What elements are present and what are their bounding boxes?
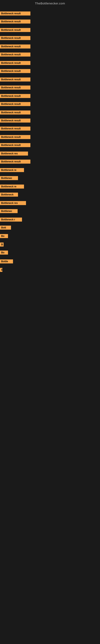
result-item: B <box>0 242 3 247</box>
bottleneck-result-badge[interactable]: Bottleneck result <box>0 12 30 16</box>
bottleneck-result-badge[interactable]: Bottleneck result <box>0 110 30 114</box>
bottleneck-result-badge[interactable]: Bo <box>0 250 8 254</box>
result-item: Bottleneck result <box>0 94 30 99</box>
result-item: Bottleneck result <box>0 135 30 140</box>
result-item: Bottleneck res <box>0 201 26 206</box>
bottleneck-result-badge[interactable]: Bottleneck result <box>0 52 30 56</box>
bottleneck-result-badge[interactable]: Bottleneck result <box>0 160 30 164</box>
result-item: Bottleneck result <box>0 102 30 107</box>
bottleneck-result-badge[interactable]: Bottleneck re <box>0 184 24 188</box>
result-item: Bottleneck res <box>0 152 28 156</box>
result-item: Bottleneck re <box>0 184 24 190</box>
bottleneck-result-badge[interactable]: Bottlenec <box>0 176 18 180</box>
bottleneck-result-badge[interactable]: Bottleneck result <box>0 69 30 73</box>
result-item: Bottleneck result <box>0 44 30 49</box>
result-item: Bottleneck result <box>0 126 30 132</box>
bottleneck-result-badge[interactable]: Bottleneck result <box>0 78 30 82</box>
bottleneck-result-badge[interactable]: Bott <box>0 226 11 230</box>
result-item: Bottleneck result <box>0 78 30 82</box>
bottleneck-result-badge[interactable]: Bottleneck result <box>0 28 30 32</box>
result-item: Bo <box>0 234 8 239</box>
bottleneck-result-badge[interactable]: B <box>0 242 3 246</box>
result-item: Bottleneck re <box>0 168 24 173</box>
result-item: Bottleneck result <box>0 110 30 115</box>
result-item: Bottleneck result <box>0 118 30 123</box>
result-item: B <box>0 268 2 273</box>
result-item: Bottleneck result <box>0 20 30 24</box>
result-item: Bottleneck result <box>0 61 30 66</box>
bottleneck-result-badge[interactable]: Bottleneck result <box>0 61 30 65</box>
bottleneck-result-badge[interactable]: Bottleneck result <box>0 44 30 48</box>
result-item: Bottleneck r <box>0 218 22 222</box>
result-item: Bottleneck result <box>0 28 30 33</box>
result-item: Bottlenec <box>0 176 18 181</box>
result-item: Bottleneck result <box>0 69 30 74</box>
result-item: Bottle <box>0 260 13 264</box>
result-item: Bottleneck result <box>0 12 30 16</box>
bottleneck-result-badge[interactable]: Bottleneck result <box>0 126 30 130</box>
bottleneck-result-badge[interactable]: Bottleneck res <box>0 152 28 156</box>
result-item: Bottleneck result <box>0 160 30 164</box>
bottleneck-result-badge[interactable]: Bottleneck result <box>0 86 30 90</box>
bottleneck-result-badge[interactable]: Bottleneck result <box>0 36 30 40</box>
bottleneck-result-badge[interactable]: Bottlenec <box>0 209 18 213</box>
result-item: Bottleneck result <box>0 36 30 41</box>
result-item: Bottleneck result <box>0 52 30 57</box>
result-item: Bottleneck <box>0 192 18 198</box>
result-item: Bottlenec <box>0 209 18 214</box>
result-item: Bottleneck result <box>0 143 30 148</box>
bottleneck-result-badge[interactable]: Bottleneck result <box>0 102 30 106</box>
bottleneck-result-badge[interactable]: Bottleneck result <box>0 20 30 24</box>
bottleneck-result-badge[interactable]: B <box>0 268 2 272</box>
bottleneck-result-badge[interactable]: Bottleneck r <box>0 218 22 222</box>
bottleneck-result-badge[interactable]: Bottleneck result <box>0 118 30 122</box>
result-item: Bottleneck result <box>0 86 30 90</box>
result-item: Bo <box>0 250 8 256</box>
bottleneck-result-badge[interactable]: Bottleneck res <box>0 201 26 205</box>
bottleneck-result-badge[interactable]: Bottleneck result <box>0 135 30 139</box>
bottleneck-result-badge[interactable]: Bo <box>0 234 8 238</box>
site-title: TheBottlenecker.com <box>0 0 100 6</box>
result-item: Bott <box>0 226 11 230</box>
bottleneck-result-badge[interactable]: Bottleneck re <box>0 168 24 172</box>
bottleneck-result-badge[interactable]: Bottle <box>0 260 13 264</box>
bottleneck-result-badge[interactable]: Bottleneck <box>0 192 18 196</box>
bottleneck-result-badge[interactable]: Bottleneck result <box>0 94 30 98</box>
bottleneck-result-badge[interactable]: Bottleneck result <box>0 143 30 147</box>
